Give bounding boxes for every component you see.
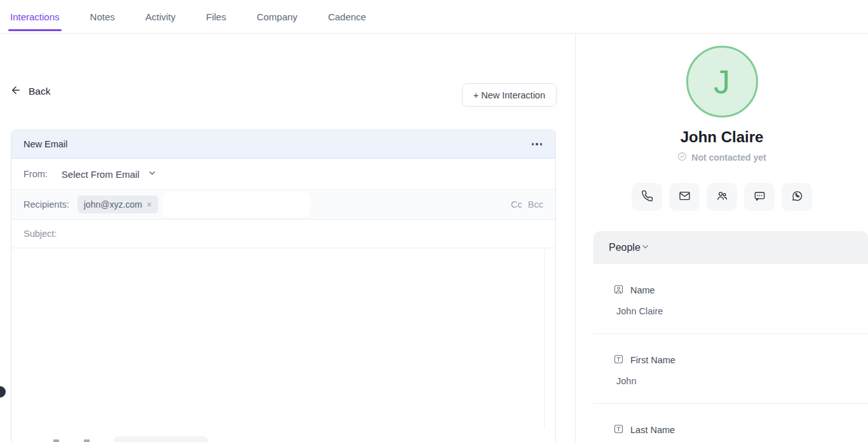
field-label-text: First Name <box>630 355 675 365</box>
users-icon <box>716 190 728 204</box>
cc-link[interactable]: Cc <box>511 199 522 210</box>
chevron-down-icon <box>147 168 157 180</box>
people-fields: Name John Claire First Name John <box>593 264 868 442</box>
email-card-header: New Email <box>11 130 555 159</box>
sms-icon <box>754 190 766 204</box>
body-divider <box>544 248 545 429</box>
bcc-link[interactable]: Bcc <box>528 199 543 210</box>
people-button[interactable] <box>707 183 737 211</box>
field-value-text: John Claire <box>616 306 853 316</box>
contact-name: John Claire <box>576 128 868 146</box>
field-name: Name John Claire <box>593 264 868 334</box>
from-select-value: Select From Email <box>62 169 140 180</box>
from-label: From: <box>24 169 48 179</box>
tab-files[interactable]: Files <box>206 0 226 33</box>
back-label: Back <box>29 86 50 97</box>
recipient-chip-email: john@xyz.com <box>84 199 142 210</box>
subject-label: Subject: <box>24 229 57 239</box>
recipients-row: Recipients: john@xyz.com × Cc Bcc <box>11 190 555 220</box>
people-section-title: People <box>609 242 641 253</box>
contact-actions <box>576 183 868 211</box>
field-label-text: Last Name <box>630 425 675 435</box>
text-type-icon <box>613 424 624 436</box>
recipient-chip: john@xyz.com × <box>78 196 158 213</box>
subject-input[interactable] <box>57 220 543 248</box>
recipients-input[interactable] <box>163 192 310 217</box>
sms-button[interactable] <box>744 183 775 211</box>
phone-icon <box>641 190 653 204</box>
whatsapp-button[interactable] <box>782 183 812 211</box>
text-type-icon <box>613 354 624 366</box>
field-value-text: John <box>616 376 853 386</box>
new-email-card: New Email From: Select From Email Recipi… <box>11 130 556 442</box>
edge-drag-handle[interactable] <box>0 386 6 398</box>
tab-notes[interactable]: Notes <box>90 0 115 33</box>
new-interaction-button[interactable]: + New Interaction <box>462 83 557 107</box>
back-button[interactable]: Back <box>10 84 50 98</box>
mail-icon <box>679 190 691 204</box>
field-first-name: First Name John <box>593 334 868 404</box>
people-section-header[interactable]: People <box>593 231 868 264</box>
ccbcc-links: Cc Bcc <box>511 199 543 210</box>
subject-row: Subject: <box>11 220 555 248</box>
email-card-title: New Email <box>24 139 67 149</box>
from-select[interactable]: Select From Email <box>62 168 158 180</box>
call-button[interactable] <box>632 183 662 211</box>
avatar: J <box>686 46 758 117</box>
more-horizontal-icon[interactable] <box>531 140 543 147</box>
contact-sidebar: J John Claire Not contacted yet <box>575 34 868 442</box>
person-badge-icon <box>613 284 624 297</box>
content-area: Back + New Interaction New Email From: S… <box>0 34 868 442</box>
crm-contact-page: Interactions Notes Activity Files Compan… <box>0 0 868 442</box>
status-badge: Not contacted yet <box>576 152 868 163</box>
recipients-label: Recipients: <box>24 199 69 210</box>
tab-activity[interactable]: Activity <box>146 0 176 33</box>
arrow-left-icon <box>10 84 22 98</box>
whatsapp-icon <box>791 190 803 204</box>
tab-interactions[interactable]: Interactions <box>10 0 60 33</box>
tab-bar: Interactions Notes Activity Files Compan… <box>0 0 868 34</box>
people-section: People Name John Claire <box>593 231 868 442</box>
from-row: From: Select From Email <box>11 159 555 190</box>
check-circle-icon <box>677 152 687 163</box>
status-text: Not contacted yet <box>691 152 766 163</box>
tab-cadence[interactable]: Cadence <box>328 0 366 33</box>
email-body-input[interactable] <box>11 248 555 442</box>
field-label-text: Name <box>630 285 655 295</box>
toolbar-button-stub[interactable] <box>114 436 208 442</box>
toolbar-icon-stub[interactable] <box>84 439 90 442</box>
email-button[interactable] <box>669 183 700 211</box>
toolbar-icon-stub[interactable] <box>53 439 59 442</box>
field-last-name: Last Name Claire <box>593 404 868 442</box>
tab-company[interactable]: Company <box>257 0 297 33</box>
chip-remove-icon[interactable]: × <box>147 199 152 210</box>
chevron-down-icon <box>641 242 650 254</box>
main-panel: Back + New Interaction New Email From: S… <box>0 34 575 442</box>
